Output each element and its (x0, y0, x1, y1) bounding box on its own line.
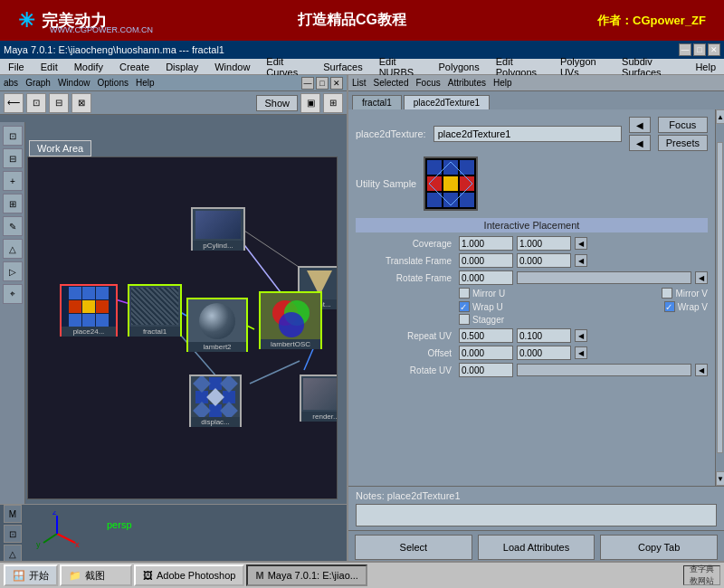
rotate-slider[interactable] (517, 271, 691, 284)
node-render-label: render... (301, 412, 338, 422)
grid-icon[interactable]: ⊞ (323, 93, 343, 113)
bottom-icon-maya[interactable]: M (4, 505, 22, 523)
node-pcylind[interactable]: pCylind... (191, 207, 245, 251)
repeat-uv-arrow[interactable]: ◀ (575, 329, 587, 342)
sidebar-icon-5[interactable]: ✎ (3, 216, 23, 236)
scroll-thumb[interactable] (717, 142, 723, 453)
rotate-uv-arrow[interactable]: ◀ (695, 364, 708, 376)
layout-icon[interactable]: ▣ (300, 93, 320, 113)
menu-create[interactable]: Create (117, 61, 152, 73)
node-fractal1[interactable]: fractal1 (128, 284, 182, 337)
tab-fractal1[interactable]: fractal1 (352, 95, 402, 109)
attr-btn-2[interactable]: ◀ (629, 135, 651, 151)
rotate-val1[interactable] (459, 270, 513, 285)
sidebar-icon-8[interactable]: ⌖ (3, 284, 23, 304)
attr-btn-1[interactable]: ◀ (629, 117, 651, 133)
stagger-checkbox[interactable] (459, 314, 470, 325)
taskbar: 🪟 开始 📁 截图 🖼 Adobe Photoshop M Maya 7.0.1… (0, 561, 724, 588)
sidebar-icon-2[interactable]: ⊟ (3, 148, 23, 168)
repeat-uv-val2[interactable] (517, 328, 571, 343)
presets-button[interactable]: Presets (658, 135, 708, 151)
wrap-u-checkbox[interactable]: ✓ (459, 301, 470, 312)
copy-tab-button[interactable]: Copy Tab (600, 535, 718, 560)
maximize-btn[interactable]: □ (693, 43, 706, 56)
right-menu-focus[interactable]: Focus (415, 78, 440, 88)
coverage-val2[interactable] (517, 236, 571, 251)
sidebar-icon-3[interactable]: + (3, 171, 23, 191)
rotate-arrow[interactable]: ◀ (695, 271, 708, 284)
toolbar-icon-2[interactable]: ⊡ (26, 93, 46, 113)
menu-display[interactable]: Display (163, 61, 201, 73)
left-tab-options[interactable]: Options (98, 78, 129, 88)
rotate-uv-val1[interactable] (459, 363, 513, 377)
toolbar-icon-1[interactable]: ⟵ (4, 93, 24, 113)
menu-help[interactable]: Help (692, 61, 719, 73)
left-tab-help[interactable]: Help (136, 78, 155, 88)
right-content: place2dTexture: ◀ ◀ Focus Presets (348, 109, 715, 486)
load-attributes-button[interactable]: Load Attributes (478, 535, 595, 560)
taskbar-item-maya[interactable]: M Maya 7.0.1: E:\jiao... (246, 564, 367, 586)
left-tab-abs[interactable]: abs (4, 78, 18, 88)
translate-val1[interactable] (459, 253, 513, 268)
work-area-label: Work Area (29, 140, 91, 156)
taskbar-item-photoshop[interactable]: 🖼 Adobe Photoshop (134, 564, 244, 586)
tab-place2dtexture1[interactable]: place2dTexture1 (404, 95, 490, 109)
offset-val2[interactable] (517, 346, 571, 360)
start-button[interactable]: 🪟 开始 (4, 564, 58, 586)
node-lambertOSC[interactable]: lambertOSC (259, 291, 322, 349)
translate-val2[interactable] (517, 253, 571, 268)
sidebar-icon-6[interactable]: △ (3, 239, 23, 259)
notes-input[interactable] (356, 504, 717, 526)
close-btn[interactable]: ✕ (708, 43, 720, 56)
mirror-v-checkbox[interactable] (662, 288, 672, 299)
menu-surfaces[interactable]: Surfaces (320, 61, 365, 73)
persp-label: persp (107, 519, 132, 530)
wrap-v-checkbox[interactable]: ✓ (664, 301, 675, 312)
left-close-btn[interactable]: ✕ (330, 77, 343, 90)
node-place2d[interactable]: place24... (60, 284, 118, 337)
toolbar-icon-3[interactable]: ⊟ (49, 93, 69, 113)
toolbar-icon-4[interactable]: ⊠ (71, 93, 91, 113)
sidebar-icon-7[interactable]: ▷ (3, 261, 23, 281)
right-menu-selected[interactable]: Selected (374, 78, 409, 88)
menu-polygons[interactable]: Polygons (435, 61, 481, 73)
svg-line-7 (236, 225, 304, 270)
svg-line-8 (57, 534, 75, 543)
content-area: abs Graph Window Options Help — □ ✕ ⟵ ⊡ … (0, 75, 724, 563)
left-panel: abs Graph Window Options Help — □ ✕ ⟵ ⊡ … (0, 75, 348, 563)
scrollbar[interactable]: ▲ ▼ (715, 109, 724, 486)
mirror-u-checkbox[interactable] (459, 288, 470, 299)
sidebar-icon-1[interactable]: ⊡ (3, 126, 23, 146)
left-tab-window[interactable]: Window (58, 78, 90, 88)
menu-file[interactable]: File (5, 61, 27, 73)
rotate-uv-slider[interactable] (517, 364, 691, 376)
right-menu-attributes[interactable]: Attributes (448, 78, 486, 88)
coverage-val1[interactable] (459, 236, 513, 251)
sidebar-icon-4[interactable]: ⊞ (3, 194, 23, 213)
bottom-icon-3[interactable]: △ (4, 545, 22, 563)
left-max-btn[interactable]: □ (316, 77, 329, 90)
repeat-uv-val1[interactable] (459, 328, 513, 343)
left-min-btn[interactable]: — (301, 77, 314, 90)
offset-val1[interactable] (459, 346, 513, 360)
place2d-input[interactable] (433, 126, 622, 142)
translate-arrow[interactable]: ◀ (575, 254, 587, 267)
menu-window[interactable]: Window (212, 61, 252, 73)
menu-modify[interactable]: Modify (71, 61, 106, 73)
taskbar-item-screenshot[interactable]: 📁 截图 (60, 564, 132, 586)
show-button[interactable]: Show (256, 95, 298, 111)
focus-button[interactable]: Focus (658, 117, 708, 133)
start-label: 开始 (29, 569, 49, 583)
right-menu-list[interactable]: List (352, 78, 367, 88)
select-button[interactable]: Select (355, 535, 472, 560)
right-tabs: fractal1 place2dTexture1 (348, 91, 724, 109)
offset-arrow[interactable]: ◀ (575, 346, 587, 359)
right-menu-help[interactable]: Help (493, 78, 512, 88)
left-tab-graph[interactable]: Graph (25, 78, 51, 88)
node-displac[interactable]: displac... (189, 375, 242, 427)
menu-edit[interactable]: Edit (38, 61, 61, 73)
coverage-arrow[interactable]: ◀ (575, 237, 587, 250)
bottom-icon-2[interactable]: ⊡ (4, 525, 22, 543)
node-render[interactable]: render... (300, 375, 338, 422)
node-lambert2[interactable]: lambert2 (186, 298, 248, 352)
